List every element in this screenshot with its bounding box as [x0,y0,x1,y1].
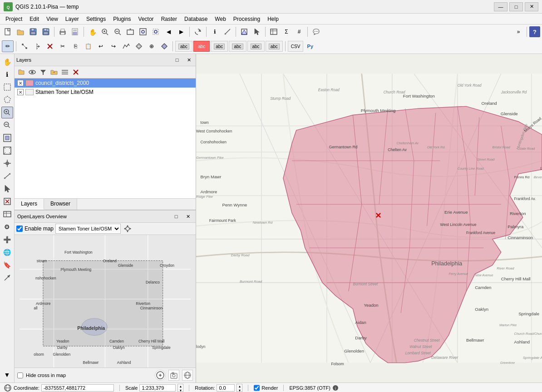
coordinate-input[interactable] [41,384,114,392]
zoom-overview-button[interactable] [155,370,166,381]
crosshair-icon[interactable] [1,157,13,169]
help-button[interactable]: ? [529,26,540,37]
scale-input[interactable] [139,384,176,392]
undo[interactable]: ↩ [95,40,107,52]
save-project-button[interactable] [27,26,39,38]
delete-selected[interactable] [44,40,56,52]
close-button[interactable]: ✕ [525,2,538,11]
arrow-tool-icon[interactable] [1,272,13,284]
zoom-full-icon[interactable] [1,145,13,157]
new-project-button[interactable] [2,26,14,38]
refresh-button[interactable] [192,26,204,38]
layer-item-stamen[interactable]: ✕ Stamen Toner Lite/OSM [15,88,196,97]
menu-item-web[interactable]: Web [211,15,229,23]
select-location-button[interactable] [238,26,250,38]
zoom-next-button[interactable]: ▶ [175,26,187,38]
paste-features[interactable]: 📋 [82,40,94,52]
zoom-layer-button[interactable] [137,26,149,38]
zoom-extent-button[interactable] [124,26,136,38]
view-layers-button[interactable] [27,67,37,77]
open-table-icon[interactable] [1,208,13,220]
layer-settings-icon[interactable]: ⚙ [1,221,13,233]
select-feature-icon[interactable] [1,183,13,195]
print-button[interactable] [57,26,69,38]
pan-map-icon[interactable]: ✋ [1,56,13,68]
layer-visibility-stamen[interactable]: ✕ [17,89,24,95]
label-btn-1[interactable]: abc [175,41,192,52]
add-ring[interactable] [133,40,145,52]
menu-item-view[interactable]: View [43,15,62,23]
epsg-field[interactable]: EPSG:3857 (OTF) i [289,385,338,391]
open-layers-button[interactable] [16,67,26,77]
label-btn-2[interactable]: abc [193,41,210,52]
overview-settings-button[interactable] [123,224,133,234]
redo[interactable]: ↪ [108,40,119,52]
zoom-out-button[interactable] [112,26,123,38]
maximize-button[interactable]: □ [509,2,523,11]
zoom-in-button[interactable] [99,26,111,38]
label-btn-3[interactable]: abc [211,41,228,52]
overview-screenshot-button[interactable] [168,370,179,381]
label-btn-6[interactable]: abc [266,41,283,52]
filter-layers-button[interactable] [38,67,48,77]
menu-item-plugins[interactable]: Plugins [109,15,134,23]
expand-icon[interactable]: ▼ [1,369,13,381]
manage-layers-button[interactable] [60,67,70,77]
menu-item-raster[interactable]: Raster [158,15,181,23]
identify-icon[interactable]: ℹ [1,69,13,80]
zoom-in-icon[interactable] [1,107,13,118]
bookmarks-icon[interactable]: 🔖 [1,259,13,271]
label-btn-5[interactable]: abc [247,41,265,52]
field-calc-button[interactable]: Σ [281,26,292,38]
open-project-button[interactable] [15,26,26,38]
label-btn-4[interactable]: abc [229,41,246,52]
tab-layers[interactable]: Layers [15,199,44,210]
globe-icon[interactable]: 🌐 [1,246,13,258]
toggle-edit-button[interactable]: ✏ [2,40,14,52]
menu-item-edit[interactable]: Edit [26,15,43,23]
simplify[interactable] [120,40,132,52]
zoom-out-icon[interactable] [1,119,13,131]
measure-line-icon[interactable] [1,170,13,182]
select-polygon-icon[interactable] [1,94,13,106]
cut-features[interactable]: ✂ [57,40,69,52]
remove-layer-button[interactable] [71,67,81,77]
node-tool[interactable] [19,40,30,52]
save-as-button[interactable]: + [40,26,52,38]
render-checkbox[interactable] [254,384,260,392]
layer-visibility-council[interactable]: ✕ [17,80,24,86]
menu-item-settings[interactable]: Settings [83,15,109,23]
fill-ring[interactable] [158,40,170,52]
map-source-select[interactable]: Stamen Toner Lite/OSM [55,224,121,234]
select-button[interactable] [251,26,263,38]
python-button[interactable]: Py [304,40,316,52]
more-toolbar-button[interactable]: » [512,26,524,38]
identify-button[interactable]: ℹ [209,26,221,38]
stat-summary-button[interactable]: # [293,26,305,38]
move-feature[interactable] [31,40,43,52]
layer-item-council[interactable]: ✕ council_districts_2000 [15,78,196,88]
minimize-button[interactable]: — [494,2,508,11]
attribute-table-button[interactable] [268,26,280,38]
add-group-button[interactable]: + [49,67,59,77]
csv-button[interactable]: CSV [288,41,304,52]
map-area[interactable]: ✕ Stump Road Easton Road Church Road Old… [196,54,542,382]
zoom-layer-icon[interactable] [1,132,13,144]
layers-resize-button[interactable]: □ [172,55,182,65]
zoom-last-button[interactable]: ◀ [163,26,174,38]
menu-item-project[interactable]: Project [2,15,26,23]
menu-item-layer[interactable]: Layer [62,15,83,23]
copy-features[interactable]: ⎘ [69,40,81,52]
select-rect-icon[interactable] [1,81,13,93]
add-part[interactable]: ⊕ [146,40,158,52]
rotation-input[interactable] [217,384,235,392]
pan-button[interactable]: ✋ [86,26,98,38]
zoom-selection-button[interactable] [150,26,162,38]
add-layer-icon[interactable]: ➕ [1,234,13,245]
menu-item-vector[interactable]: Vector [135,15,158,23]
scale-spinner[interactable]: ▲ ▼ [177,384,183,392]
tab-browser[interactable]: Browser [44,199,77,210]
comments-button[interactable]: 💬 [310,26,322,38]
enable-map-checkbox[interactable] [16,225,23,232]
overview-resize-button[interactable]: □ [171,211,181,221]
